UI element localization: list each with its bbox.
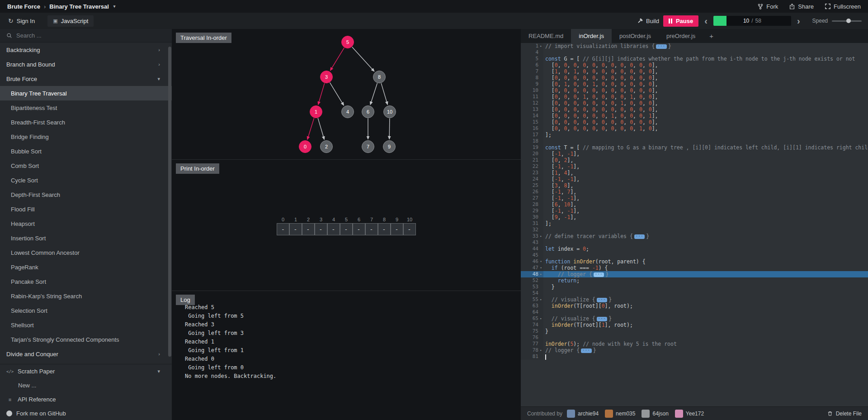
code-text[interactable]: } bbox=[543, 284, 555, 290]
code-line-14[interactable]: 14 [0, 0, 0, 0, 0, 0, 1, 0, 0, 0, 1], bbox=[521, 113, 868, 119]
sidebar-item-rabin-karp-s-string-search[interactable]: Rabin-Karp's String Search bbox=[0, 289, 172, 303]
code-line-46[interactable]: 46▾function inOrder(root, parent) { bbox=[521, 258, 868, 265]
code-line-78[interactable]: 78▸// logger {···} bbox=[521, 347, 868, 353]
fold-marker[interactable]: ▸ bbox=[538, 43, 543, 49]
sidebar-item-lowest-common-ancestor[interactable]: Lowest Common Ancestor bbox=[0, 245, 172, 260]
code-line-31[interactable]: 31]; bbox=[521, 220, 868, 227]
code-text[interactable] bbox=[543, 138, 545, 144]
code-text[interactable]: [0, 0, 0, 0, 0, 0, 0, 1, 0, 0, 0], bbox=[543, 100, 658, 106]
language-tab-javascript[interactable]: ▣ JavaScript bbox=[47, 15, 94, 27]
folded-code-pill[interactable]: ··· bbox=[581, 348, 591, 353]
code-text[interactable]: [9, -1], bbox=[543, 214, 576, 220]
breadcrumb-category[interactable]: Brute Force bbox=[7, 3, 40, 10]
code-text[interactable]: [0, 0, 0, 0, 0, 0, 0, 0, 0, 0, 0], bbox=[543, 87, 658, 94]
sidebar-item-breadth-first-search[interactable]: Breadth-First Search bbox=[0, 115, 172, 129]
code-text[interactable]: [-1, -1], bbox=[543, 163, 580, 170]
code-line-32[interactable]: 32 bbox=[521, 227, 868, 233]
fold-marker[interactable]: ▸ bbox=[538, 315, 543, 322]
code-text[interactable]: [-1, -1], bbox=[543, 176, 580, 182]
sidebar-item-insertion-sort[interactable]: Insertion Sort bbox=[0, 231, 172, 245]
fullscreen-button[interactable]: Fullscreen bbox=[825, 3, 861, 10]
code-text[interactable]: inOrder(T[root][0], root); bbox=[543, 303, 633, 309]
code-line-44[interactable]: 44let index = 0; bbox=[521, 246, 868, 252]
sidebar-item-binary-tree-traversal[interactable]: Binary Tree Traversal bbox=[0, 86, 172, 100]
code-text[interactable]: [3, 8], bbox=[543, 182, 573, 189]
code-line-48[interactable]: 48▸ // logger {···} bbox=[521, 271, 868, 277]
code-text[interactable]: [-1, -1], bbox=[543, 208, 580, 214]
code-text[interactable]: // visualize {···} bbox=[543, 296, 612, 303]
sidebar-item-bubble-sort[interactable]: Bubble Sort bbox=[0, 144, 172, 158]
code-text[interactable]: [0, 0, 0, 1, 0, 0, 0, 0, 1, 0, 0], bbox=[543, 94, 658, 100]
fold-marker[interactable]: ▸ bbox=[538, 233, 543, 239]
contributor-archie94[interactable]: archie94 bbox=[567, 410, 599, 418]
code-text[interactable]: [0, 0, 0, 0, 0, 0, 0, 0, 0, 1, 0], bbox=[543, 125, 658, 132]
sidebar-scrollbar[interactable] bbox=[168, 47, 171, 357]
code-text[interactable] bbox=[543, 227, 545, 233]
code-line-43[interactable]: 43 bbox=[521, 239, 868, 246]
code-line-74[interactable]: 74 inOrder(T[root][1], root); bbox=[521, 322, 868, 328]
sidebar-category-branch-and-bound[interactable]: Branch and Bound› bbox=[0, 57, 172, 72]
code-text[interactable]: const T = [ // mapping to G as a binary … bbox=[543, 144, 868, 151]
editor-tab-postorder-js[interactable]: postOrder.js bbox=[612, 29, 659, 43]
code-text[interactable] bbox=[543, 49, 545, 56]
sidebar-footer-fork-me-on-github[interactable]: Fork me on GitHub bbox=[0, 406, 172, 420]
contributor-64json[interactable]: 64json bbox=[642, 410, 668, 418]
progress-bar[interactable]: 10 / 58 bbox=[713, 16, 791, 26]
code-text[interactable]: [0, 0, 0, 0, 0, 0, 0, 0, 0, 0, 0], bbox=[543, 62, 658, 68]
code-text[interactable] bbox=[543, 309, 545, 315]
sidebar-item-comb-sort[interactable]: Comb Sort bbox=[0, 158, 172, 173]
code-text[interactable]: // logger {···} bbox=[543, 347, 596, 353]
code-editor[interactable]: 1▸// import visualization libraries {···… bbox=[521, 43, 868, 406]
code-text[interactable]: [1, 0, 1, 0, 0, 0, 0, 0, 0, 0, 0], bbox=[543, 68, 658, 75]
code-line-45[interactable]: 45 bbox=[521, 252, 868, 258]
code-line-25[interactable]: 25 [3, 8], bbox=[521, 182, 868, 189]
code-line-9[interactable]: 9 [0, 1, 0, 0, 1, 0, 0, 0, 0, 0, 0], bbox=[521, 81, 868, 87]
code-line-10[interactable]: 10 [0, 0, 0, 0, 0, 0, 0, 0, 0, 0, 0], bbox=[521, 87, 868, 94]
code-text[interactable]: [1, 4], bbox=[543, 170, 573, 176]
code-line-27[interactable]: 27 [-1, -1], bbox=[521, 195, 868, 201]
folded-code-pill[interactable]: ··· bbox=[597, 317, 607, 321]
build-button[interactable]: Build bbox=[637, 18, 659, 24]
code-line-28[interactable]: 28 [6, 10], bbox=[521, 201, 868, 208]
fold-marker[interactable]: ▾ bbox=[538, 265, 543, 271]
sidebar-category-backtracking[interactable]: Backtracking› bbox=[0, 43, 172, 57]
sidebar-item-tarjan-s-strongly-connected-components[interactable]: Tarjan's Strongly Connected Components bbox=[0, 332, 172, 347]
code-line-17[interactable]: 17]; bbox=[521, 132, 868, 138]
code-line-47[interactable]: 47▾ if (root === -1) { bbox=[521, 265, 868, 271]
code-line-5[interactable]: 5const G = [ // G[i][j] indicates whethe… bbox=[521, 56, 868, 62]
code-text[interactable]: [0, 0, 0, 0, 0, 0, 0, 0, 0, 0, 0], bbox=[543, 106, 658, 113]
code-text[interactable]: // visualize {···} bbox=[543, 315, 612, 322]
code-text[interactable]: return; bbox=[543, 277, 580, 284]
code-line-1[interactable]: 1▸// import visualization libraries {···… bbox=[521, 43, 868, 49]
code-line-76[interactable]: 76 bbox=[521, 334, 868, 341]
log-output[interactable]: Reached 5 Going left from 5Reached 3 Goi… bbox=[185, 303, 516, 417]
code-line-21[interactable]: 21 [0, 2], bbox=[521, 157, 868, 163]
code-text[interactable] bbox=[543, 353, 546, 360]
code-line-24[interactable]: 24 [-1, -1], bbox=[521, 176, 868, 182]
speed-slider-thumb[interactable] bbox=[846, 19, 851, 23]
code-line-52[interactable]: 52 return; bbox=[521, 277, 868, 284]
share-button[interactable]: Share bbox=[789, 3, 814, 10]
code-line-18[interactable]: 18 bbox=[521, 138, 868, 144]
sidebar-item-pancake-sort[interactable]: Pancake Sort bbox=[0, 274, 172, 289]
code-line-20[interactable]: 20 [-1, -1], bbox=[521, 151, 868, 157]
code-text[interactable]: // define tracer variables {···} bbox=[543, 233, 649, 239]
code-line-55[interactable]: 55▸ // visualize {···} bbox=[521, 296, 868, 303]
fold-marker[interactable]: ▸ bbox=[538, 296, 543, 303]
code-text[interactable]: inOrder(5); // node with key 5 is the ro… bbox=[543, 341, 677, 347]
code-text[interactable]: [6, 10], bbox=[543, 201, 576, 208]
code-text[interactable]: inOrder(T[root][1], root); bbox=[543, 322, 633, 328]
code-text[interactable]: function inOrder(root, parent) { bbox=[543, 258, 646, 265]
code-text[interactable] bbox=[543, 239, 545, 246]
code-text[interactable]: const G = [ // G[i][j] indicates whether… bbox=[543, 56, 855, 62]
code-line-16[interactable]: 16 [0, 0, 0, 0, 0, 0, 0, 0, 0, 1, 0], bbox=[521, 125, 868, 132]
breadcrumb-current[interactable]: Binary Tree Traversal bbox=[49, 3, 109, 10]
fold-marker[interactable]: ▸ bbox=[538, 271, 543, 277]
code-line-30[interactable]: 30 [9, -1], bbox=[521, 214, 868, 220]
code-line-15[interactable]: 15 [0, 0, 0, 0, 0, 0, 0, 0, 0, 0, 0], bbox=[521, 119, 868, 125]
code-line-11[interactable]: 11 [0, 0, 0, 1, 0, 0, 0, 0, 1, 0, 0], bbox=[521, 94, 868, 100]
code-line-4[interactable]: 4 bbox=[521, 49, 868, 56]
sidebar-footer-api-reference[interactable]: ≡API Reference bbox=[0, 392, 172, 406]
code-text[interactable] bbox=[543, 252, 545, 258]
sidebar-item-heapsort[interactable]: Heapsort bbox=[0, 216, 172, 231]
